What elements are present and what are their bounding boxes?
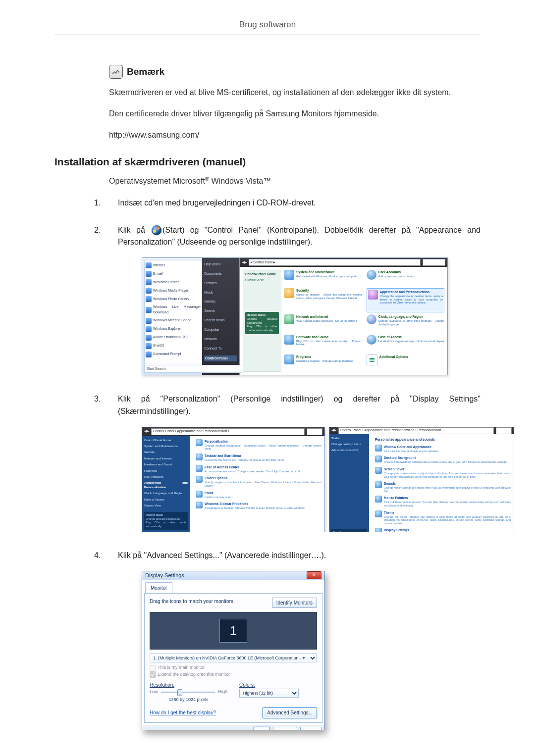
row-theme[interactable]: ThemeChange the theme. Themes can change… [375, 510, 511, 525]
note-text-1: Skærmdriveren er ved at blive MS-certifi… [109, 87, 481, 99]
list-item[interactable]: Help index [204, 262, 237, 267]
category-security[interactable]: SecurityCheck for updates · Check this c… [284, 288, 363, 312]
sidebar-item-appearance[interactable]: Appearance and Personalization [144, 481, 188, 489]
control-panel-item[interactable]: Control Panel [204, 355, 237, 362]
dialog-buttons: OK Cancel Apply [142, 725, 324, 730]
row-taskbar[interactable]: Taskbar and Start MenuCustomize the Star… [196, 454, 321, 462]
address-bar[interactable]: Control Panel › Appearance and Personali… [151, 428, 305, 435]
list-item[interactable]: Search [204, 308, 237, 314]
cancel-button[interactable]: Cancel [273, 727, 297, 730]
row-ease[interactable]: Ease of Access CenterAccommodate low vis… [196, 465, 321, 473]
address-bar[interactable]: Control Panel › Appearance and Personali… [338, 427, 494, 434]
tab-strip: Monitor [142, 580, 324, 593]
category-appearance[interactable]: Appearance and PersonalizationChange the… [367, 288, 445, 312]
advanced-settings-button[interactable]: Advanced Settings... [263, 707, 317, 718]
identify-monitors-button[interactable]: Identify Monitors [272, 598, 317, 608]
row-mouse[interactable]: Mouse PointersPick a different mouse poi… [375, 496, 511, 507]
theme-icon [375, 510, 382, 517]
list-item[interactable]: Help and Support [204, 375, 237, 375]
monitor-select[interactable]: 1. (Multiple Monitors) on NVIDIA GeForce… [150, 654, 317, 662]
row-personalization[interactable]: PersonalizationChange desktop background… [196, 439, 321, 451]
tab-monitor[interactable]: Monitor [145, 582, 172, 594]
color-icon [375, 445, 382, 452]
category-additional[interactable]: Additional Options [367, 354, 445, 372]
list-item[interactable]: Internet [146, 262, 201, 268]
list-item[interactable]: Connect To [204, 346, 237, 352]
list-item[interactable]: Play CDs or other media automatically [146, 521, 186, 528]
display-icon [375, 528, 382, 531]
search-input[interactable] [496, 427, 512, 434]
sidebar-item[interactable]: System and Maintenance [144, 444, 188, 448]
colors-group: Colors: Highest (32 bit) [239, 681, 317, 704]
sidebar-item[interactable]: Network and Internet [144, 456, 188, 460]
resolution-slider[interactable]: Low High [150, 689, 227, 696]
row-display-settings[interactable]: Display SettingsAdjust your monitor reso… [375, 528, 511, 531]
ease-icon [367, 335, 376, 345]
list-item[interactable]: E-mail [146, 271, 201, 277]
apply-button[interactable]: Apply [300, 727, 321, 730]
ok-button[interactable]: OK [254, 727, 269, 730]
list-item[interactable]: Documents [204, 271, 237, 277]
category-user-accounts[interactable]: User AccountsAdd or remove user accounts [367, 270, 445, 286]
system-icon [284, 270, 294, 280]
list-item[interactable]: Welcome Center [146, 279, 201, 285]
list-item[interactable]: Music [204, 290, 237, 296]
sidebar-item[interactable]: Change desktop icons [331, 442, 367, 446]
row-sounds[interactable]: SoundsChange which sounds are heard when… [375, 481, 511, 493]
forward-icon[interactable]: ▶ [334, 428, 336, 433]
row-screen-saver[interactable]: Screen SaverChange your screen saver or … [375, 467, 511, 478]
list-item[interactable]: Pictures [204, 281, 237, 286]
list-item[interactable]: Change desktop background [146, 517, 186, 521]
list-item[interactable]: Recent Items [204, 318, 237, 323]
list-item[interactable]: Games [204, 299, 237, 304]
list-item[interactable]: Play CDs or other media automatically [247, 325, 277, 333]
category-network[interactable]: Network and InternetView network status … [284, 314, 363, 332]
category-clock-lang[interactable]: Clock, Language, and RegionChange keyboa… [367, 314, 445, 332]
list-item[interactable]: SnaGit [146, 343, 201, 349]
category-programs[interactable]: ProgramsUninstall a program · Change sta… [284, 354, 363, 372]
list-item[interactable]: Windows Live Messenger Download [146, 304, 201, 315]
monitor-1[interactable]: 1 [219, 619, 247, 643]
row-desktop-bg[interactable]: Desktop BackgroundChoose from available … [375, 455, 511, 464]
forward-icon[interactable]: ▶ [147, 429, 149, 434]
row-folder[interactable]: Folder OptionsSpecify single- or double-… [196, 476, 321, 487]
search-input[interactable] [307, 428, 322, 435]
options-icon [367, 354, 377, 365]
monitor-preview[interactable]: 1 [150, 612, 317, 650]
list-item[interactable]: Windows Media Player [146, 288, 201, 294]
appearance-content: PersonalizationChange desktop background… [193, 436, 324, 532]
row-window-color[interactable]: Window Color and AppearanceFine tune the… [375, 445, 511, 453]
window-chrome: ◀ ▶ Control Panel › Appearance and Perso… [142, 427, 324, 436]
close-icon[interactable]: ✕ [307, 571, 321, 579]
list-item[interactable]: Windows Meeting Space [146, 318, 201, 324]
list-item[interactable]: Network [204, 337, 237, 342]
sidebar-item[interactable]: Hardware and Sound [144, 462, 188, 466]
row-sidebar[interactable]: Windows Sidebar PropertiesAdd gadgets to… [196, 502, 321, 510]
sidebar-item[interactable]: Ease of Access [144, 498, 188, 502]
list-item[interactable]: Windows Explorer [146, 326, 201, 332]
list-item[interactable]: Windows Photo Gallery [146, 296, 201, 302]
sidebar-item-classic-view[interactable]: Classic View [245, 278, 279, 282]
category-system[interactable]: System and MaintenanceGet started with W… [284, 270, 363, 286]
colors-select[interactable]: Highest (32 bit) [239, 689, 299, 698]
address-bar[interactable]: ▸ Control Panel ▸ [249, 259, 421, 266]
forward-icon[interactable]: ▶ [244, 260, 247, 265]
sidebar-item[interactable]: Adjust font size (DPI) [331, 448, 367, 452]
sidebar-item[interactable]: Security [144, 450, 188, 454]
sidebar-item[interactable]: Programs [144, 469, 188, 473]
sidebar-item[interactable]: Clock, Language, and Region [144, 491, 188, 495]
list-item[interactable]: Computer [204, 327, 237, 333]
sidebar-item[interactable]: Classic View [144, 504, 188, 507]
category-ease-of-access[interactable]: Ease of AccessLet Windows suggest settin… [367, 335, 445, 353]
sidebar-item[interactable]: User Accounts [144, 475, 188, 479]
messenger-icon [146, 307, 152, 313]
search-input[interactable] [423, 259, 445, 266]
start-search[interactable]: Start Search [144, 365, 242, 373]
category-hardware[interactable]: Hardware and SoundPlay CDs or other medi… [284, 335, 363, 353]
list-item[interactable]: Change desktop background [247, 317, 277, 325]
list-item[interactable]: Command Prompt [146, 352, 201, 357]
sidebar-item[interactable]: Control Panel Home [144, 438, 188, 442]
list-item[interactable]: Adobe Photoshop CS2 [146, 335, 201, 341]
row-fonts[interactable]: FontsInstall or remove a font [196, 491, 321, 499]
help-link[interactable]: How do I get the best display? [150, 709, 216, 717]
